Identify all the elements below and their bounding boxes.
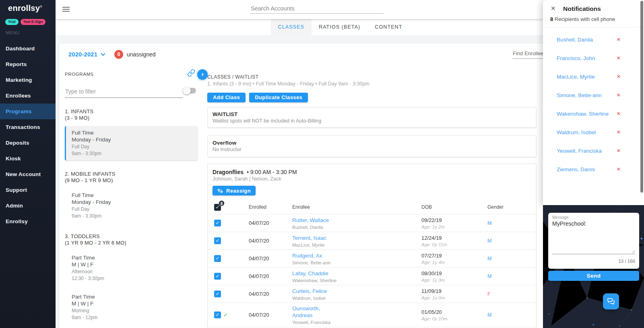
remove-recipient-icon[interactable]: ✕ bbox=[617, 148, 621, 154]
chat-fab-button[interactable] bbox=[603, 293, 619, 309]
recipients-summary: 8 Recipients with cell phone bbox=[550, 16, 615, 22]
sidebar-item-kiosk[interactable]: Kiosk bbox=[0, 151, 56, 166]
sidebar-item-new-account[interactable]: New Account bbox=[0, 166, 56, 182]
recipient-name[interactable]: Waldrum, Isobel bbox=[557, 129, 596, 135]
remove-recipient-icon[interactable]: ✕ bbox=[617, 111, 621, 116]
table-row: ✓ 04/07/20 Lafay, Chaddie Wakenshaw, She… bbox=[208, 267, 536, 285]
dob-value: 07/27/19 bbox=[421, 253, 487, 259]
recipient-row: Waldrum, Isobel ✕ bbox=[543, 124, 644, 142]
recipient-name[interactable]: Yeowell, Franciska bbox=[557, 148, 602, 154]
chevron-right-icon[interactable]: › bbox=[197, 69, 208, 80]
sidebar-item-enrollees[interactable]: Enrollees bbox=[0, 88, 56, 104]
scrollbar[interactable] bbox=[640, 1, 643, 193]
recipient-name[interactable]: Francisco, John bbox=[557, 55, 595, 61]
waitlist-note: Waitlist spots will NOT be included in A… bbox=[213, 118, 531, 124]
menu-icon[interactable] bbox=[62, 7, 70, 13]
recipient-name[interactable]: Bushell, Danila bbox=[557, 37, 593, 43]
row-checkbox[interactable]: ✓ bbox=[214, 273, 221, 280]
program-ages[interactable]: (9 MO - 1 YR 9 MO) bbox=[65, 177, 198, 184]
recipient-name[interactable]: Wakenshaw, Sherline bbox=[557, 111, 609, 117]
sidebar-item-deposits[interactable]: Deposits bbox=[0, 135, 56, 151]
sidebar: enrollsy® Trial Test E-Sign MENU Dashboa… bbox=[0, 0, 56, 328]
remove-recipient-icon[interactable]: ✕ bbox=[617, 55, 621, 61]
plan-badges: Trial Test E-Sign bbox=[5, 19, 45, 25]
program-option[interactable]: Part Time M | W | F Morning 9am - 12pm bbox=[65, 290, 198, 324]
filter-input[interactable] bbox=[65, 87, 183, 98]
enrollee-table: ✓ 8 Enrolled Enrollee DOB Gender ✓ 04/0 bbox=[208, 200, 536, 328]
filter-toggle[interactable] bbox=[184, 88, 196, 93]
enrollee-link[interactable]: Lafay, Chaddie bbox=[292, 270, 328, 277]
select-all-checkbox[interactable]: ✓ 8 bbox=[214, 204, 221, 211]
sidebar-item-admin[interactable]: Admin bbox=[0, 198, 56, 214]
enrollee-link[interactable]: Rutter, Wallace bbox=[292, 217, 329, 224]
send-button[interactable]: Send bbox=[548, 271, 639, 281]
recipient-name[interactable]: Ziemens, Danni bbox=[557, 166, 595, 172]
age-value: Age: 1y 2m bbox=[421, 224, 487, 229]
row-checkbox[interactable]: ✓ bbox=[214, 311, 221, 318]
search-wrap bbox=[250, 4, 384, 14]
message-input[interactable]: MyPreschool: bbox=[552, 220, 635, 249]
tab-ratios[interactable]: RATIOS (BETA) bbox=[312, 19, 367, 35]
guardian-name: Simone, Bette-ann bbox=[292, 260, 421, 265]
remove-recipient-icon[interactable]: ✕ bbox=[617, 37, 621, 42]
link-icon[interactable] bbox=[187, 69, 195, 79]
program-name[interactable]: 2. MOBILE INFANTS bbox=[65, 171, 198, 177]
tab-classes[interactable]: CLASSES bbox=[271, 19, 312, 35]
recipient-name[interactable]: MacLice, Myrtie bbox=[557, 74, 595, 80]
check-icon: ✓ bbox=[214, 291, 221, 297]
class-time: • 9:00 AM - 3:30 PM bbox=[247, 169, 297, 175]
row-checkbox[interactable]: ✓ bbox=[214, 255, 221, 262]
program-ages[interactable]: (1 YR 9 MO - 2 YR 6 MO) bbox=[65, 240, 198, 246]
class-instructors: Johnson, Sarah | Nelson, Zack bbox=[213, 176, 531, 182]
enrolled-date: 04/07/20 bbox=[249, 255, 292, 262]
programs-title: PROGRAMS bbox=[65, 72, 198, 77]
overflow-card[interactable]: Overflow No Instructor bbox=[207, 135, 537, 157]
guardian-name: MacLice, Myrtie bbox=[292, 243, 421, 247]
row-checkbox[interactable]: ✓ bbox=[214, 291, 221, 297]
program-name[interactable]: 3. TODDLERS bbox=[65, 233, 198, 240]
notifications-title: Notifications bbox=[563, 5, 601, 12]
waitlist-title: WAITLIST bbox=[213, 111, 531, 117]
duplicate-classes-button[interactable]: Duplicate Classes bbox=[249, 93, 308, 102]
confirmed-check-icon: ✓ bbox=[223, 312, 228, 318]
table-row: ✓ 04/07/20 Ternent, Isaac MacLice, Myrti… bbox=[208, 232, 536, 249]
option-days: Monday - Friday bbox=[72, 199, 191, 206]
program-ages[interactable]: (3 - 9 MO) bbox=[65, 115, 198, 121]
program-name[interactable]: 1. INFANTS bbox=[65, 108, 198, 115]
sidebar-item-support[interactable]: Support bbox=[0, 182, 56, 198]
enrollee-link[interactable]: Ternent, Isaac bbox=[292, 235, 326, 241]
close-icon[interactable]: ✕ bbox=[551, 5, 556, 12]
program-option[interactable]: Part Time M | W | F Afternoon 12:30 - 3:… bbox=[65, 251, 198, 285]
tab-content[interactable]: CONTENT bbox=[367, 19, 409, 35]
chevron-down-icon[interactable] bbox=[101, 51, 105, 56]
resize-grip-icon[interactable] bbox=[632, 250, 635, 253]
gender-value: M bbox=[487, 256, 536, 262]
sidebar-item-dashboard[interactable]: Dashboard bbox=[0, 41, 56, 56]
sidebar-item-reports[interactable]: Reports bbox=[0, 56, 56, 72]
enrollee-link[interactable]: Ounsworth, Andreas bbox=[292, 305, 340, 319]
enrollee-link[interactable]: Rudgerd, Ax bbox=[292, 252, 322, 259]
sidebar-item-marketing[interactable]: Marketing bbox=[0, 72, 56, 88]
row-checkbox[interactable]: ✓ bbox=[214, 220, 221, 226]
program-option[interactable]: Full Time Monday - Friday Full Day 9am -… bbox=[65, 189, 198, 223]
recipients-label: Recipients with cell phone bbox=[555, 16, 615, 22]
row-checkbox[interactable]: ✓ bbox=[214, 237, 221, 244]
sidebar-item-programs[interactable]: Programs bbox=[0, 104, 56, 119]
enrollee-link[interactable]: Curteis, Felice bbox=[292, 288, 327, 295]
remove-recipient-icon[interactable]: ✕ bbox=[617, 92, 621, 98]
add-class-button[interactable]: Add Class bbox=[207, 93, 246, 102]
recipient-name[interactable]: Simone, Bette-ann bbox=[557, 92, 602, 98]
school-year-select[interactable]: 2020-2021 bbox=[68, 51, 97, 58]
waitlist-card[interactable]: WAITLIST Waitlist spots will NOT be incl… bbox=[207, 107, 537, 128]
overflow-title: Overflow bbox=[213, 140, 531, 146]
program-option-selected[interactable]: Full Time Monday - Friday Full Day 9am -… bbox=[65, 126, 198, 160]
reassign-button[interactable]: Reassign bbox=[213, 186, 256, 195]
remove-recipient-icon[interactable]: ✕ bbox=[617, 129, 621, 135]
search-input[interactable] bbox=[250, 4, 384, 14]
sidebar-item-transactions[interactable]: Transactions bbox=[0, 119, 56, 135]
table-header: ✓ 8 Enrolled Enrollee DOB Gender bbox=[208, 200, 536, 214]
remove-recipient-icon[interactable]: ✕ bbox=[617, 74, 621, 79]
classes-section-subtitle: 1. Infants (3 - 9 mo) • Full Time Monday… bbox=[207, 81, 537, 87]
remove-recipient-icon[interactable]: ✕ bbox=[617, 166, 621, 172]
sidebar-item-enrollsy[interactable]: Enrollsy bbox=[0, 214, 56, 229]
